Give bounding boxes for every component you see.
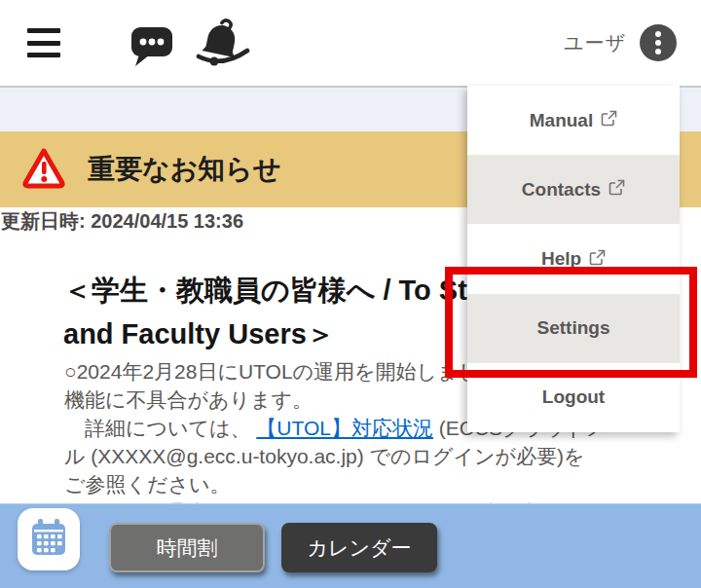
menu-item-settings[interactable]: Settings [467, 294, 680, 363]
menu-item-manual[interactable]: Manual [467, 86, 680, 155]
notice-line5: ご参照ください。 [64, 470, 701, 498]
user-area: ユーザ [564, 0, 677, 86]
bottom-toolbar: 時間割 カレンダー [0, 503, 701, 588]
updated-datetime: 更新日時: 2024/04/15 13:36 [1, 208, 243, 235]
notice-line4: ル (XXXXX@g.ecc.u-tokyo.ac.jp) でのログインが必要)… [64, 442, 701, 470]
menu-item-logout[interactable]: Logout [467, 363, 680, 432]
top-app-bar: ユーザ [0, 0, 701, 88]
notice-line3-pre: 詳細については、 [64, 417, 256, 439]
menu-item-logout-label: Logout [542, 386, 605, 408]
user-menu-kebab-icon[interactable] [640, 24, 677, 61]
calendar-icon [28, 517, 69, 562]
external-link-icon [589, 249, 606, 270]
user-dropdown-menu: Manual Contacts Help [467, 86, 680, 432]
external-link-icon [609, 179, 625, 200]
external-link-icon [601, 110, 617, 130]
calendar-button[interactable]: カレンダー [281, 523, 437, 572]
warning-triangle-icon [21, 146, 66, 193]
menu-item-contacts[interactable]: Contacts [467, 155, 680, 224]
calendar-button-label: カレンダー [308, 534, 412, 562]
menu-item-help[interactable]: Help [467, 224, 680, 293]
messages-icon[interactable] [129, 25, 175, 70]
menu-item-settings-label: Settings [537, 317, 610, 339]
hamburger-menu-icon[interactable] [27, 28, 60, 57]
menu-item-help-label: Help [541, 248, 581, 270]
menu-item-manual-label: Manual [530, 110, 593, 131]
important-notice-title: 重要なお知らせ [88, 151, 281, 188]
timetable-button[interactable]: 時間割 [109, 523, 265, 572]
utol-status-link[interactable]: 【UTOL】対応状況 [256, 417, 433, 439]
notifications-icon[interactable] [193, 18, 251, 72]
user-label: ユーザ [564, 30, 626, 56]
menu-item-contacts-label: Contacts [522, 179, 601, 201]
utol-mobile-screen: 重要なお知らせ 更新日時: 2024/04/15 13:36 ＜学生・教職員の皆… [0, 0, 701, 588]
calendar-fab-button[interactable] [18, 508, 80, 570]
timetable-button-label: 時間割 [157, 534, 218, 562]
